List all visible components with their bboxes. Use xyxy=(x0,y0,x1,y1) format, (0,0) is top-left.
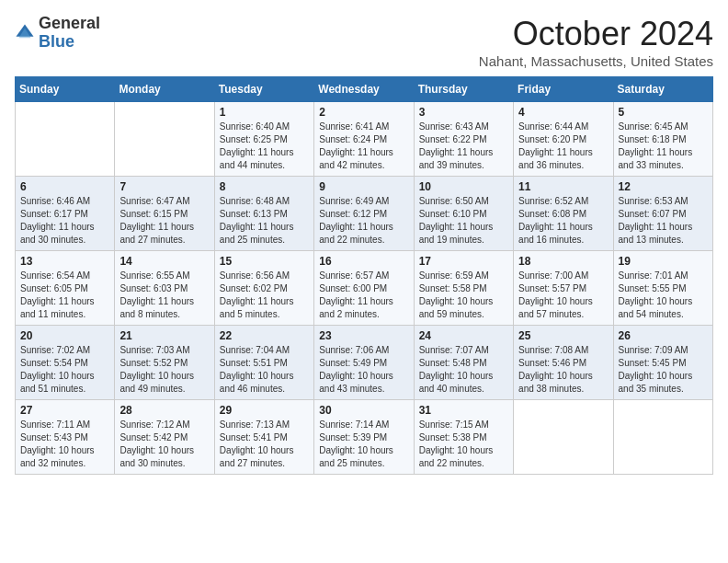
day-number: 30 xyxy=(319,404,408,417)
calendar-body: 1Sunrise: 6:40 AMSunset: 6:25 PMDaylight… xyxy=(16,102,713,475)
weekday-header: Sunday xyxy=(16,77,115,102)
calendar-cell: 3Sunrise: 6:43 AMSunset: 6:22 PMDaylight… xyxy=(414,102,513,177)
calendar-cell: 28Sunrise: 7:12 AMSunset: 5:42 PMDayligh… xyxy=(115,400,214,475)
day-number: 21 xyxy=(119,329,209,342)
day-number: 7 xyxy=(119,180,209,193)
day-number: 5 xyxy=(619,106,708,119)
day-info: Sunrise: 7:06 AMSunset: 5:49 PMDaylight:… xyxy=(319,344,408,396)
day-info: Sunrise: 6:53 AMSunset: 6:07 PMDaylight:… xyxy=(619,195,708,247)
day-number: 17 xyxy=(419,255,508,268)
day-number: 2 xyxy=(319,106,408,119)
calendar-cell: 5Sunrise: 6:45 AMSunset: 6:18 PMDaylight… xyxy=(613,102,712,177)
day-info: Sunrise: 7:02 AMSunset: 5:54 PMDaylight:… xyxy=(20,344,109,396)
day-number: 16 xyxy=(319,255,408,268)
calendar-cell: 13Sunrise: 6:54 AMSunset: 6:05 PMDayligh… xyxy=(16,251,115,326)
day-info: Sunrise: 7:14 AMSunset: 5:39 PMDaylight:… xyxy=(319,419,408,470)
day-info: Sunrise: 6:59 AMSunset: 5:58 PMDaylight:… xyxy=(419,270,508,321)
day-info: Sunrise: 6:46 AMSunset: 6:17 PMDaylight:… xyxy=(20,195,109,247)
weekday-header: Saturday xyxy=(613,77,712,102)
day-number: 22 xyxy=(220,329,309,342)
calendar-cell: 11Sunrise: 6:52 AMSunset: 6:08 PMDayligh… xyxy=(514,177,613,251)
day-info: Sunrise: 7:01 AMSunset: 5:55 PMDaylight:… xyxy=(619,270,708,321)
day-info: Sunrise: 6:57 AMSunset: 6:00 PMDaylight:… xyxy=(319,270,408,321)
day-info: Sunrise: 7:13 AMSunset: 5:41 PMDaylight:… xyxy=(220,419,309,470)
day-number: 28 xyxy=(119,404,209,417)
weekday-header: Thursday xyxy=(414,77,513,102)
day-info: Sunrise: 7:03 AMSunset: 5:52 PMDaylight:… xyxy=(119,344,209,396)
day-number: 29 xyxy=(220,404,309,417)
day-number: 8 xyxy=(220,180,309,193)
calendar-cell: 2Sunrise: 6:41 AMSunset: 6:24 PMDaylight… xyxy=(314,102,414,177)
title-area: October 2024 Nahant, Massachusetts, Unit… xyxy=(479,15,713,69)
calendar-cell xyxy=(514,400,613,475)
day-info: Sunrise: 7:12 AMSunset: 5:42 PMDaylight:… xyxy=(119,419,209,470)
calendar-week-row: 1Sunrise: 6:40 AMSunset: 6:25 PMDaylight… xyxy=(16,102,713,177)
calendar-week-row: 6Sunrise: 6:46 AMSunset: 6:17 PMDaylight… xyxy=(16,177,713,251)
calendar-cell: 14Sunrise: 6:55 AMSunset: 6:03 PMDayligh… xyxy=(115,251,214,326)
day-info: Sunrise: 6:47 AMSunset: 6:15 PMDaylight:… xyxy=(119,195,209,247)
calendar-cell: 27Sunrise: 7:11 AMSunset: 5:43 PMDayligh… xyxy=(16,400,115,475)
day-info: Sunrise: 7:15 AMSunset: 5:38 PMDaylight:… xyxy=(419,419,508,470)
day-number: 25 xyxy=(518,329,608,342)
day-info: Sunrise: 6:50 AMSunset: 6:10 PMDaylight:… xyxy=(419,195,508,247)
day-number: 14 xyxy=(119,255,209,268)
calendar-cell: 21Sunrise: 7:03 AMSunset: 5:52 PMDayligh… xyxy=(115,326,214,400)
calendar-week-row: 27Sunrise: 7:11 AMSunset: 5:43 PMDayligh… xyxy=(16,400,713,475)
day-info: Sunrise: 6:54 AMSunset: 6:05 PMDaylight:… xyxy=(20,270,109,321)
day-number: 15 xyxy=(220,255,309,268)
day-info: Sunrise: 7:09 AMSunset: 5:45 PMDaylight:… xyxy=(619,344,708,396)
day-number: 10 xyxy=(419,180,508,193)
day-number: 3 xyxy=(419,106,508,119)
day-number: 6 xyxy=(20,180,109,193)
calendar-cell: 22Sunrise: 7:04 AMSunset: 5:51 PMDayligh… xyxy=(214,326,313,400)
day-number: 19 xyxy=(619,255,708,268)
day-info: Sunrise: 7:11 AMSunset: 5:43 PMDaylight:… xyxy=(20,419,109,470)
day-number: 31 xyxy=(419,404,508,417)
calendar-cell: 19Sunrise: 7:01 AMSunset: 5:55 PMDayligh… xyxy=(613,251,712,326)
day-info: Sunrise: 7:04 AMSunset: 5:51 PMDaylight:… xyxy=(220,344,309,396)
calendar-header-row: SundayMondayTuesdayWednesdayThursdayFrid… xyxy=(16,77,713,102)
day-info: Sunrise: 6:52 AMSunset: 6:08 PMDaylight:… xyxy=(518,195,608,247)
calendar-cell: 8Sunrise: 6:48 AMSunset: 6:13 PMDaylight… xyxy=(214,177,313,251)
calendar-cell: 25Sunrise: 7:08 AMSunset: 5:46 PMDayligh… xyxy=(514,326,613,400)
day-number: 11 xyxy=(518,180,608,193)
calendar-cell: 9Sunrise: 6:49 AMSunset: 6:12 PMDaylight… xyxy=(314,177,414,251)
calendar-cell: 7Sunrise: 6:47 AMSunset: 6:15 PMDaylight… xyxy=(115,177,214,251)
month-title: October 2024 xyxy=(479,15,713,53)
day-number: 4 xyxy=(518,106,608,119)
day-info: Sunrise: 6:55 AMSunset: 6:03 PMDaylight:… xyxy=(119,270,209,321)
day-info: Sunrise: 6:40 AMSunset: 6:25 PMDaylight:… xyxy=(220,121,309,172)
day-info: Sunrise: 7:00 AMSunset: 5:57 PMDaylight:… xyxy=(518,270,608,321)
weekday-header: Tuesday xyxy=(214,77,313,102)
day-info: Sunrise: 6:56 AMSunset: 6:02 PMDaylight:… xyxy=(220,270,309,321)
weekday-header: Wednesday xyxy=(314,77,414,102)
calendar-cell: 4Sunrise: 6:44 AMSunset: 6:20 PMDaylight… xyxy=(514,102,613,177)
calendar-cell: 1Sunrise: 6:40 AMSunset: 6:25 PMDaylight… xyxy=(214,102,313,177)
calendar-cell: 12Sunrise: 6:53 AMSunset: 6:07 PMDayligh… xyxy=(613,177,712,251)
calendar-cell: 29Sunrise: 7:13 AMSunset: 5:41 PMDayligh… xyxy=(214,400,313,475)
calendar-cell: 10Sunrise: 6:50 AMSunset: 6:10 PMDayligh… xyxy=(414,177,513,251)
day-number: 13 xyxy=(20,255,109,268)
calendar-week-row: 20Sunrise: 7:02 AMSunset: 5:54 PMDayligh… xyxy=(16,326,713,400)
day-number: 23 xyxy=(319,329,408,342)
day-number: 12 xyxy=(619,180,708,193)
day-number: 24 xyxy=(419,329,508,342)
logo-general-text: General xyxy=(39,15,100,33)
calendar-cell: 20Sunrise: 7:02 AMSunset: 5:54 PMDayligh… xyxy=(16,326,115,400)
day-info: Sunrise: 6:41 AMSunset: 6:24 PMDaylight:… xyxy=(319,121,408,172)
logo: General Blue xyxy=(15,15,100,52)
calendar-cell: 26Sunrise: 7:09 AMSunset: 5:45 PMDayligh… xyxy=(613,326,712,400)
calendar-cell: 15Sunrise: 6:56 AMSunset: 6:02 PMDayligh… xyxy=(214,251,313,326)
day-number: 1 xyxy=(220,106,309,119)
calendar-cell: 30Sunrise: 7:14 AMSunset: 5:39 PMDayligh… xyxy=(314,400,414,475)
day-info: Sunrise: 7:07 AMSunset: 5:48 PMDaylight:… xyxy=(419,344,508,396)
day-info: Sunrise: 6:43 AMSunset: 6:22 PMDaylight:… xyxy=(419,121,508,172)
weekday-header: Friday xyxy=(514,77,613,102)
day-number: 26 xyxy=(619,329,708,342)
calendar-week-row: 13Sunrise: 6:54 AMSunset: 6:05 PMDayligh… xyxy=(16,251,713,326)
calendar-cell: 6Sunrise: 6:46 AMSunset: 6:17 PMDaylight… xyxy=(16,177,115,251)
day-number: 27 xyxy=(20,404,109,417)
day-number: 9 xyxy=(319,180,408,193)
calendar-cell xyxy=(16,102,115,177)
calendar-table: SundayMondayTuesdayWednesdayThursdayFrid… xyxy=(15,76,713,475)
